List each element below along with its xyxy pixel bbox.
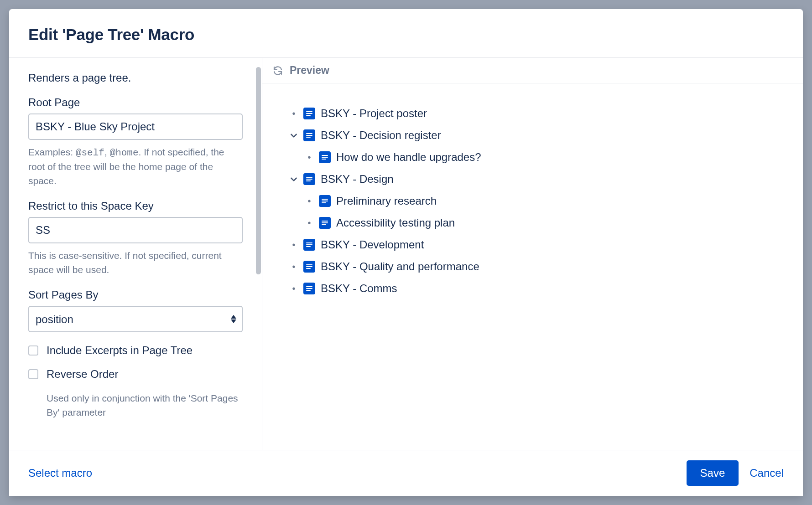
parameters-panel: Renders a page tree. Root Page Examples:… [9,58,262,450]
space-key-input[interactable] [28,217,243,243]
tree-item-label: BSKY - Development [321,238,424,251]
sort-field: Sort Pages By position [28,289,243,332]
tree-children: •Preliminary research•Accessibility test… [305,190,776,234]
tree-item[interactable]: •BSKY - Development [290,234,776,256]
reverse-order-label: Reverse Order [47,368,118,381]
tree-item[interactable]: •BSKY - Project poster [290,103,776,124]
tree-item[interactable]: BSKY - Design [290,168,776,190]
dialog-body: Renders a page tree. Root Page Examples:… [9,58,803,450]
dialog-footer: Select macro Save Cancel [9,450,803,496]
sort-label: Sort Pages By [28,289,243,301]
tree-item-label: BSKY - Comms [321,282,397,295]
bullet-icon: • [305,152,313,163]
page-icon [303,108,315,119]
root-page-input[interactable] [28,113,243,140]
tree-item[interactable]: •How do we handle upgrades? [305,146,776,168]
space-key-help: This is case-sensitive. If not specified… [28,249,243,277]
tree-item[interactable]: •Preliminary research [305,190,776,212]
refresh-icon[interactable] [272,65,283,76]
reverse-order-checkbox[interactable] [28,369,38,379]
bullet-icon: • [290,262,298,272]
page-icon [303,283,315,294]
dialog-title: Edit 'Page Tree' Macro [28,26,784,44]
reverse-order-click[interactable]: Reverse Order [28,368,243,381]
tree-item[interactable]: •BSKY - Comms [290,278,776,299]
tree-item-label: How do we handle upgrades? [336,151,481,164]
tree-children: •How do we handle upgrades? [305,146,776,168]
tree-item[interactable]: •BSKY - Quality and performance [290,256,776,278]
macro-description: Renders a page tree. [28,72,243,84]
chevron-down-icon[interactable] [290,175,298,183]
tree-item-label: BSKY - Project poster [321,107,427,120]
bullet-icon: • [305,218,313,228]
select-macro-link[interactable]: Select macro [28,467,92,479]
include-excerpts-checkbox[interactable] [28,345,38,356]
tree-item[interactable]: BSKY - Decision register [290,124,776,146]
page-icon [319,151,331,163]
preview-panel: Preview •BSKY - Project posterBSKY - Dec… [262,58,803,450]
tree-item-label: Preliminary research [336,195,437,207]
include-excerpts-label: Include Excerpts in Page Tree [47,344,193,357]
page-icon [303,129,315,141]
save-button[interactable]: Save [687,460,739,486]
include-excerpts-row[interactable]: Include Excerpts in Page Tree [28,344,243,357]
preview-title: Preview [290,64,329,77]
page-icon [319,195,331,207]
space-key-label: Restrict to this Space Key [28,200,243,212]
tree-item-label: BSKY - Quality and performance [321,260,479,273]
bullet-icon: • [290,240,298,250]
preview-content: •BSKY - Project posterBSKY - Decision re… [262,83,803,450]
page-icon [319,217,331,229]
bullet-icon: • [305,196,313,206]
cancel-button[interactable]: Cancel [750,467,784,479]
dialog-header: Edit 'Page Tree' Macro [9,9,803,58]
tree-item-label: BSKY - Design [321,173,394,186]
page-icon [303,173,315,185]
preview-header: Preview [262,58,803,83]
space-key-field: Restrict to this Space Key This is case-… [28,200,243,277]
page-icon [303,239,315,251]
reverse-order-row: Reverse Order Used only in conjunction w… [28,368,243,419]
tree-item-label: Accessibility testing plan [336,216,455,229]
page-tree: •BSKY - Project posterBSKY - Decision re… [290,103,776,299]
tree-item[interactable]: •Accessibility testing plan [305,212,776,234]
tree-item-label: BSKY - Decision register [321,129,441,142]
page-icon [303,261,315,273]
chevron-down-icon[interactable] [290,131,298,139]
sort-select[interactable]: position [28,306,243,332]
bullet-icon: • [290,283,298,294]
root-page-label: Root Page [28,96,243,109]
scrollbar[interactable] [256,67,261,274]
macro-edit-dialog: Edit 'Page Tree' Macro Renders a page tr… [9,9,803,496]
reverse-order-help: Used only in conjunction with the 'Sort … [47,392,238,419]
root-page-field: Root Page Examples: @self, @home. If not… [28,96,243,188]
root-page-help: Examples: @self, @home. If not specified… [28,145,243,188]
bullet-icon: • [290,108,298,119]
